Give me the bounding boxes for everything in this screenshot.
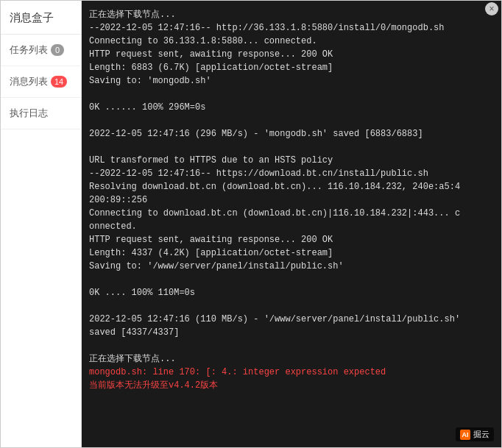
terminal-line-error-1: mongodb.sh: line 170: [: 4.: integer exp… bbox=[89, 367, 386, 391]
message-list-label: 消息列表 bbox=[10, 75, 48, 88]
watermark-text: 掘云 bbox=[473, 429, 489, 440]
terminal-line-0: 正在选择下载节点... --2022-12-05 12:47:16-- http… bbox=[89, 10, 460, 364]
watermark: AI 掘云 bbox=[456, 427, 494, 441]
main-window: 消息盒子 任务列表 0 消息列表 14 执行日志 × 正在选择下载节点... -… bbox=[0, 0, 502, 448]
task-list-label: 任务列表 bbox=[10, 43, 48, 57]
close-button[interactable]: × bbox=[485, 2, 498, 15]
terminal-output[interactable]: 正在选择下载节点... --2022-12-05 12:47:16-- http… bbox=[82, 1, 501, 447]
sidebar-item-execlog[interactable]: 执行日志 bbox=[1, 98, 81, 129]
watermark-icon: AI bbox=[460, 430, 470, 440]
message-list-badge: 14 bbox=[51, 76, 67, 88]
sidebar-title: 消息盒子 bbox=[1, 1, 81, 35]
task-list-badge: 0 bbox=[51, 44, 64, 56]
exec-log-label: 执行日志 bbox=[10, 107, 48, 120]
sidebar: 消息盒子 任务列表 0 消息列表 14 执行日志 bbox=[1, 1, 82, 447]
main-content: × 正在选择下载节点... --2022-12-05 12:47:16-- ht… bbox=[82, 1, 501, 447]
sidebar-item-message[interactable]: 消息列表 14 bbox=[1, 66, 81, 98]
sidebar-item-task[interactable]: 任务列表 0 bbox=[1, 35, 81, 66]
